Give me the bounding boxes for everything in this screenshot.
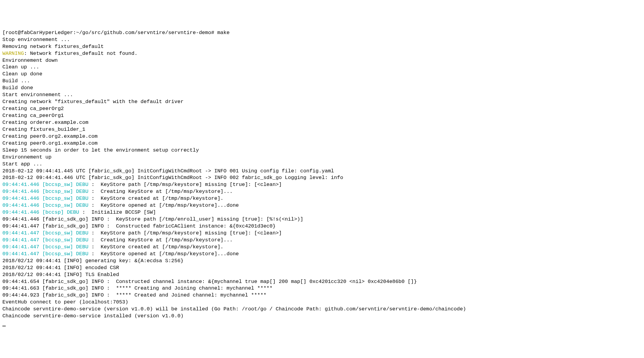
terminal-segment: 2018-02-12 09:44:41.445 UTC [fabric_sdk_… [2,168,334,174]
terminal-segment: : Creating KeyStore at [/tmp/msp/keystor… [88,237,233,243]
terminal-line: Clean up ... [2,64,642,71]
terminal-segment: : KeyStore created at [/tmp/msp/keystore… [88,244,224,250]
terminal-segment: Clean up done [2,71,42,77]
terminal-line: 09:44:41.447 [fabric_sdk_go] INFO : Cons… [2,223,642,230]
terminal-segment: Environnement down [2,58,58,63]
terminal-line: 2018/02/12 09:44:41 [INFO] generating ke… [2,258,642,265]
terminal-line: Chaincode servntire-demo-service (versio… [2,306,642,313]
terminal-segment: Start app ... [2,161,42,167]
terminal-segment: EventHub connect to peer (localhost:7053… [2,299,128,305]
terminal-line: EventHub connect to peer (localhost:7053… [2,299,642,306]
terminal-segment: 09:44:41.447 [bccsp_sw] DEBU [2,251,88,257]
terminal-line: 09:44:41.446 [bccsp_sw] DEBU : KeyStore … [2,195,642,202]
terminal-segment: Chaincode servntire-demo-service (versio… [2,306,466,312]
terminal-line: 2018/02/12 09:44:41 [INFO] TLS Enabled [2,272,642,278]
terminal-segment: 09:44:41.447 [fabric_sdk_go] INFO : Cons… [2,223,276,229]
terminal-segment: Creating peer0.org2.example.com [2,133,98,139]
terminal-line: Creating orderer.example.com [2,119,642,126]
terminal-segment: : KeyStore opened at [/tmp/msp/keystore]… [88,251,239,257]
prompt-user-host-path: root@fabCarHyperLedger:~/go/src/github.c… [5,30,214,36]
terminal-segment: 09:44:41.654 [fabric_sdk_go] INFO : Cons… [2,279,417,284]
terminal-line: Sleep 15 seconds in order to let the env… [2,147,642,154]
terminal-segment: Stop environnement ... [2,37,70,42]
terminal-line: 09:44:41.447 [bccsp_sw] DEBU : KeyStore … [2,251,642,258]
terminal-segment: 2018-02-12 09:44:41.446 UTC [fabric_sdk_… [2,175,343,181]
terminal-line: 09:44:41.446 [bccsp] DEBU : Initialize B… [2,209,642,216]
terminal-segment: Start environnement ... [2,92,73,98]
terminal-segment: : Initialize BCCSP [SW] [79,209,156,215]
terminal-segment: Clean up ... [2,64,39,70]
prompt-command: make [214,30,230,36]
terminal-segment: 09:44:41.446 [bccsp_sw] DEBU [2,196,88,201]
terminal-segment: 09:44:41.446 [fabric_sdk_go] INFO : KeyS… [2,216,303,222]
terminal-line: 09:44:41.447 [bccsp_sw] DEBU : KeyStore … [2,244,642,251]
terminal-segment: 09:44:41.447 [bccsp_sw] DEBU [2,244,88,250]
terminal-segment: : KeyStore created at [/tmp/msp/keystore… [88,196,224,201]
terminal-segment: 2018/02/12 09:44:41 [INFO] TLS Enabled [2,272,119,278]
terminal-line: 09:44:41.447 [bccsp_sw] DEBU : KeyStore … [2,230,642,237]
terminal-line: 09:44:41.654 [fabric_sdk_go] INFO : Cons… [2,278,642,285]
terminal-segment: : Network fixtures_default not found. [24,51,137,56]
terminal-segment: 09:44:41.446 [bccsp_sw] DEBU [2,182,88,187]
terminal-segment: Creating ca_peerOrg1 [2,113,64,118]
terminal-segment: 09:44:44.923 [fabric_sdk_go] INFO : ****… [2,292,266,298]
terminal-line: 09:44:41.446 [bccsp_sw] DEBU : KeyStore … [2,202,642,209]
terminal-cursor-line [2,320,642,327]
terminal-segment: 09:44:41.446 [bccsp_sw] DEBU [2,203,88,208]
terminal-segment: : KeyStore opened at [/tmp/msp/keystore]… [88,203,239,208]
terminal-line: 09:44:41.446 [fabric_sdk_go] INFO : KeyS… [2,216,642,223]
terminal-segment: 09:44:41.447 [bccsp_sw] DEBU [2,237,88,243]
terminal-segment: Build ... [2,78,30,84]
terminal-line: 09:44:41.446 [bccsp_sw] DEBU : Creating … [2,188,642,195]
terminal-line: Creating peer0.org2.example.com [2,133,642,140]
terminal-line: WARNING: Network fixtures_default not fo… [2,50,642,57]
terminal-line: 09:44:41.663 [fabric_sdk_go] INFO : ****… [2,285,642,292]
terminal-line: Creating network "fixtures_default" with… [2,99,642,105]
terminal-line: Clean up done [2,71,642,78]
terminal-segment: Environnement up [2,154,51,160]
terminal-line: Creating ca_peerOrg2 [2,105,642,112]
terminal-line: Start environnement ... [2,92,642,99]
terminal-segment: 09:44:41.446 [bccsp_sw] DEBU [2,189,88,194]
terminal-line: 09:44:41.446 [bccsp_sw] DEBU : KeyStore … [2,181,642,188]
terminal-segment: Sleep 15 seconds in order to let the env… [2,147,199,153]
terminal-line: Removing network fixtures_default [2,43,642,50]
terminal-line: Build done [2,85,642,92]
terminal-segment: Build done [2,85,33,91]
terminal-segment: WARNING [2,51,24,56]
terminal-segment: 2018/02/12 09:44:41 [INFO] encoded CSR [2,265,119,271]
terminal-line: 09:44:44.923 [fabric_sdk_go] INFO : ****… [2,292,642,299]
terminal-line: 2018-02-12 09:44:41.446 UTC [fabric_sdk_… [2,174,642,181]
terminal-line: Environnement up [2,154,642,161]
cursor-icon [2,325,6,327]
prompt-bracket: [ [2,30,5,36]
terminal-segment: Creating network "fixtures_default" with… [2,99,184,105]
terminal-line: 2018/02/12 09:44:41 [INFO] encoded CSR [2,265,642,272]
terminal-segment: 09:44:41.446 [bccsp] DEBU [2,209,79,215]
terminal-line: Chaincode servntire-demo-service install… [2,313,642,320]
terminal-segment: Creating ca_peerOrg2 [2,106,64,111]
terminal-prompt-line: [root@fabCarHyperLedger:~/go/src/github.… [2,30,642,36]
terminal-line: Build ... [2,78,642,85]
terminal-segment: Removing network fixtures_default [2,44,104,49]
terminal-segment: 09:44:41.447 [bccsp_sw] DEBU [2,230,88,236]
terminal-segment: Chaincode servntire-demo-service install… [2,313,184,319]
terminal-segment: Creating peer0.org1.example.com [2,140,98,146]
terminal-line: 2018-02-12 09:44:41.445 UTC [fabric_sdk_… [2,168,642,175]
terminal-segment: Creating fixtures_builder_1 [2,127,85,132]
terminal-line: Creating fixtures_builder_1 [2,126,642,133]
terminal-line: Creating ca_peerOrg1 [2,112,642,119]
terminal-segment: 2018/02/12 09:44:41 [INFO] generating ke… [2,258,184,264]
terminal-line: Creating peer0.org1.example.com [2,140,642,147]
terminal-line: 09:44:41.447 [bccsp_sw] DEBU : Creating … [2,237,642,244]
terminal-line: Stop environnement ... [2,36,642,43]
terminal-segment: 09:44:41.663 [fabric_sdk_go] INFO : ****… [2,285,273,291]
terminal-line: Start app ... [2,161,642,168]
terminal-segment: Creating orderer.example.com [2,120,88,125]
terminal-segment: : KeyStore path [/tmp/msp/keystore] miss… [88,182,282,187]
terminal-segment: : Creating KeyStore at [/tmp/msp/keystor… [88,189,233,194]
terminal-segment: : KeyStore path [/tmp/msp/keystore] miss… [88,230,282,236]
terminal-output[interactable]: [root@fabCarHyperLedger:~/go/src/github.… [2,30,642,327]
terminal-line: Environnement down [2,57,642,64]
